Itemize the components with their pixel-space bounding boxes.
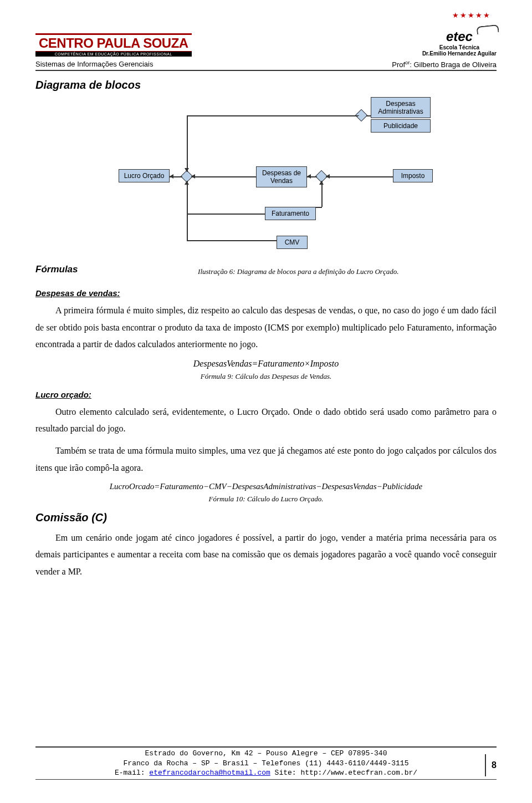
box-faturamento: Faturamento bbox=[265, 207, 316, 220]
box-despesas-admin: Despesas Administrativas bbox=[371, 97, 431, 118]
page-number: 8 bbox=[485, 754, 497, 776]
page-header: ★★★★★ CENTRO PAULA SOUZA COMPETÊNCIA EM … bbox=[35, 29, 497, 71]
professor: Profor: Gilberto Braga de Oliveira bbox=[392, 60, 497, 69]
etec-logo: etec Escola Técnica Dr.Emilio Hernandez … bbox=[422, 29, 497, 57]
header-meta: Sistemas de Informações Gerenciais Profo… bbox=[35, 60, 497, 69]
diagram-caption: Ilustração 6: Diagrama de blocos para a … bbox=[100, 267, 497, 276]
paragraph-4: Em um cenário onde jogam até cinco jogad… bbox=[35, 530, 497, 580]
cps-title: CENTRO PAULA SOUZA bbox=[35, 33, 192, 52]
box-publicidade: Publicidade bbox=[371, 119, 431, 133]
formula-10-caption: Fórmula 10: Cálculo do Lucro Orçado. bbox=[35, 495, 497, 504]
paragraph-2: Outro elemento calculado será, evidentem… bbox=[35, 404, 497, 438]
cps-subtitle: COMPETÊNCIA EM EDUCAÇÃO PÚBLICA PROFISSI… bbox=[35, 52, 192, 57]
box-despesas-vendas: Despesas de Vendas bbox=[256, 166, 307, 187]
box-imposto: Imposto bbox=[393, 169, 433, 182]
course-name: Sistemas de Informações Gerenciais bbox=[35, 60, 153, 69]
header-rule bbox=[35, 70, 497, 71]
section-comissao: Comissão (C) bbox=[35, 511, 497, 524]
etec-sub: Escola Técnica bbox=[422, 44, 497, 50]
etec-dr: Dr.Emilio Hernandez Aguilar bbox=[422, 50, 497, 57]
section-formulas: Fórmulas bbox=[35, 264, 78, 275]
box-lucro-orcado: Lucro Orçado bbox=[119, 169, 170, 182]
footer-rule-top bbox=[35, 746, 497, 748]
subsection-despesas: Despesas de vendas: bbox=[35, 288, 497, 298]
etec-text: etec bbox=[422, 29, 497, 44]
footer-text: Estrado do Governo, Km 42 – Pouso Alegre… bbox=[35, 749, 497, 778]
page-footer: Estrado do Governo, Km 42 – Pouso Alegre… bbox=[35, 746, 497, 780]
formula-9-caption: Fórmula 9: Cálculo das Despesas de Venda… bbox=[35, 372, 497, 381]
section-diagrama: Diagrama de blocos bbox=[35, 79, 497, 92]
paragraph-1: A primeira fórmula é muito simples, diz … bbox=[35, 302, 497, 353]
paragraph-3: Também se trata de uma fórmula muito sim… bbox=[35, 443, 497, 476]
box-cmv: CMV bbox=[277, 236, 308, 249]
subsection-lucro: Lucro orçado: bbox=[35, 390, 497, 399]
stars-icon: ★★★★★ bbox=[452, 11, 491, 20]
footer-rule-bottom bbox=[35, 779, 497, 780]
footer-email-link[interactable]: etefrancodarocha@hotmail.com bbox=[149, 769, 270, 777]
cps-logo: CENTRO PAULA SOUZA COMPETÊNCIA EM EDUCAÇ… bbox=[35, 33, 192, 57]
formula-9: DespesasVendas=Faturamento×Imposto bbox=[35, 359, 497, 369]
block-diagram: Despesas Administrativas Publicidade Luc… bbox=[119, 97, 462, 255]
formula-10: LucroOrcado=Faturamento−CMV−DespesasAdmi… bbox=[35, 482, 497, 491]
